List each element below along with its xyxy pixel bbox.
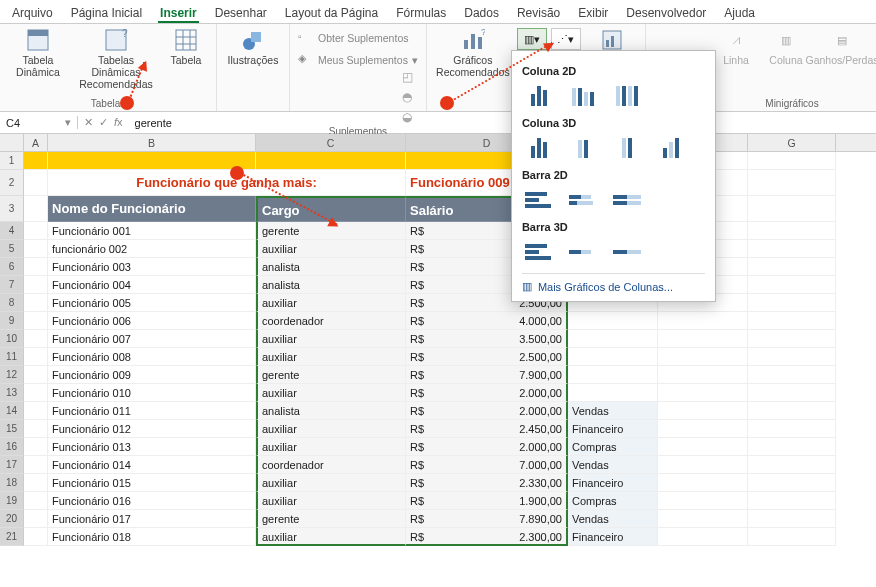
chart-3d-clustered-column[interactable] [522,135,556,161]
menu-revisao[interactable]: Revisão [515,4,562,23]
cell[interactable] [748,240,836,258]
cell[interactable] [748,420,836,438]
cell[interactable]: Funcionário 016 [48,492,256,510]
cell[interactable] [568,348,658,366]
menu-exibir[interactable]: Exibir [576,4,610,23]
cell[interactable] [568,312,658,330]
menu-dados[interactable]: Dados [462,4,501,23]
cell[interactable] [256,152,406,170]
row-header[interactable]: 13 [0,384,24,402]
chart-100-stacked-column[interactable] [610,83,644,109]
row-header[interactable]: 12 [0,366,24,384]
cell[interactable]: Funcionário 014 [48,456,256,474]
cell[interactable] [748,348,836,366]
cell[interactable]: Vendas [568,456,658,474]
btn-sparkline-coluna[interactable]: ▥ Coluna [764,28,808,66]
cell[interactable] [658,348,748,366]
cell[interactable] [658,492,748,510]
cell[interactable] [24,492,48,510]
chart-3d-clustered-bar[interactable] [522,239,556,265]
more-column-charts[interactable]: ▥ Mais Gráficos de Colunas... [522,273,705,293]
cell[interactable]: auxiliar [256,384,406,402]
cell[interactable] [748,528,836,546]
cell[interactable]: Financeiro [568,474,658,492]
cell[interactable]: analista [256,402,406,420]
cell[interactable]: R$2.300,00 [406,528,568,546]
row-header[interactable]: 1 [0,152,24,170]
btn-tabela-dinamica[interactable]: Tabela Dinâmica [8,28,68,90]
row-header[interactable]: 15 [0,420,24,438]
cell[interactable]: Funcionário 004 [48,276,256,294]
cancel-icon[interactable]: ✕ [84,116,93,129]
cell[interactable] [658,330,748,348]
cell[interactable] [658,438,748,456]
col-header-G[interactable]: G [748,134,836,151]
cell[interactable]: Funcionário 008 [48,348,256,366]
cell[interactable] [748,294,836,312]
chart-3d-stacked-bar[interactable] [566,239,600,265]
cell[interactable]: Funcionário 010 [48,384,256,402]
cell[interactable] [24,348,48,366]
cell[interactable] [24,420,48,438]
row-header[interactable]: 11 [0,348,24,366]
enter-icon[interactable]: ✓ [99,116,108,129]
cell[interactable]: Vendas [568,510,658,528]
row-header[interactable]: 5 [0,240,24,258]
cell[interactable] [24,240,48,258]
menu-arquivo[interactable]: Arquivo [10,4,55,23]
cell[interactable] [658,402,748,420]
cell[interactable] [748,510,836,528]
bing-icon[interactable]: ◓ [402,90,418,106]
row-header[interactable]: 2 [0,170,24,196]
cell[interactable]: auxiliar [256,330,406,348]
cell[interactable] [748,438,836,456]
cell[interactable] [748,384,836,402]
row-header[interactable]: 18 [0,474,24,492]
cell[interactable]: auxiliar [256,438,406,456]
cell[interactable] [748,196,836,222]
col-header-A[interactable]: A [24,134,48,151]
select-all-corner[interactable] [0,134,24,151]
cell[interactable] [748,222,836,240]
fx-icon[interactable]: fx [114,116,123,129]
cell[interactable]: gerente [256,366,406,384]
people-icon[interactable]: ◒ [402,110,418,126]
chart-stacked-bar[interactable] [566,187,600,213]
cell[interactable]: Funcionário 018 [48,528,256,546]
cell[interactable]: auxiliar [256,240,406,258]
cell[interactable] [748,170,836,196]
annot-label[interactable]: Funcionário que ganha mais: [48,170,406,196]
menu-desenvolvedor[interactable]: Desenvolvedor [624,4,708,23]
row-header[interactable]: 3 [0,196,24,222]
row-header[interactable]: 20 [0,510,24,528]
cell[interactable] [658,420,748,438]
cell[interactable] [748,492,836,510]
cell[interactable] [748,312,836,330]
cell[interactable] [24,330,48,348]
cell[interactable] [658,510,748,528]
cell[interactable] [24,528,48,546]
row-header[interactable]: 14 [0,402,24,420]
cell[interactable] [24,474,48,492]
row-header[interactable]: 9 [0,312,24,330]
cell[interactable]: Funcionário 001 [48,222,256,240]
col-header-C[interactable]: C [256,134,406,151]
row-header[interactable]: 8 [0,294,24,312]
cell[interactable]: R$4.000,00 [406,312,568,330]
visio-icon[interactable]: ◰ [402,70,418,86]
row-header[interactable]: 4 [0,222,24,240]
cell[interactable]: R$2.450,00 [406,420,568,438]
cell[interactable]: analista [256,258,406,276]
chart-3d-100-stacked-bar[interactable] [610,239,644,265]
cell[interactable]: Funcionário 012 [48,420,256,438]
btn-ilustracoes[interactable]: Ilustrações [225,28,281,66]
row-header[interactable]: 6 [0,258,24,276]
cell[interactable] [748,276,836,294]
cell[interactable] [24,312,48,330]
cell[interactable] [24,366,48,384]
cell[interactable]: coordenador [256,456,406,474]
cell[interactable] [568,384,658,402]
cell[interactable]: auxiliar [256,474,406,492]
cell[interactable]: R$2.330,00 [406,474,568,492]
cell[interactable]: analista [256,276,406,294]
